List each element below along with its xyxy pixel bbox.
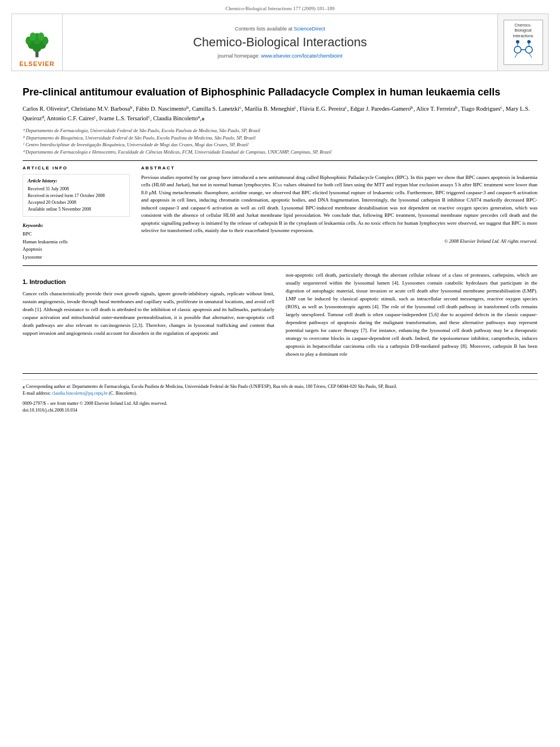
elsevier-logo-area: ELSEVIER [12,14,63,71]
abstract-text: Previous studies reported by our group h… [141,174,537,235]
affiliation-a: ᵃ Departamento de Farmacologia, Universi… [23,127,537,134]
elsevier-tree-icon [21,29,53,60]
journal-homepage: journal homepage: www.elsevier.com/locat… [217,53,342,59]
svg-point-7 [30,33,36,41]
received-date: Received 31 July 2008 [28,186,125,193]
intro-col1: 1. Introduction Cancer cells characteris… [23,272,274,361]
article-info-label: ARTICLE INFO [23,165,130,171]
keyword-human-leukaemia: Human leukaemia cells [23,238,130,246]
svg-point-8 [38,33,44,41]
intro-paragraph-1: Cancer cells characteristically provide … [23,290,274,338]
intro-paragraph-2: non-apoptotic cell death, particularly t… [286,272,537,358]
svg-point-14 [516,40,519,43]
journal-reference: Chemico-Biological Interactions 177 (200… [225,6,334,11]
available-date: Available online 5 November 2008 [28,206,125,213]
article-title: Pre-clinical antitumour evaluation of Bi… [23,86,537,99]
email-link[interactable]: claudia.bincoletto@pq.cnpq.br [52,391,108,396]
affiliations: ᵃ Departamento de Farmacologia, Universi… [23,127,537,156]
svg-point-10 [526,46,532,53]
email-suffix: (C. Bincoletto). [109,391,137,396]
corresponding-author-note: ⁎ Corresponding author at: Departamento … [23,383,537,390]
cbi-logo-text: Chemico-BiologicalInteractions [506,23,540,38]
abstract-label: ABSTRACT [141,165,537,171]
svg-line-16 [515,53,518,58]
svg-point-9 [514,46,521,53]
issn-line: 0009-2797/$ – see front matter © 2008 El… [23,400,537,407]
copyright-line: © 2008 Elsevier Ireland Ltd. All rights … [141,238,537,244]
intro-col2: non-apoptotic cell death, particularly t… [286,272,537,361]
keyword-lysosome: Lysosome [23,254,130,261]
keyword-bpc: BPC [23,230,130,238]
keywords-title: Keywords: [23,222,130,228]
footnote-area: ⁎ Corresponding author at: Departamento … [23,379,537,414]
affiliation-b: ᵇ Departamento de Bioquímica, Universida… [23,134,537,142]
keywords-section: Keywords: BPC Human leukaemia cells Apop… [23,222,130,261]
svg-line-17 [529,53,532,58]
contents-available-text: Contents lists available at ScienceDirec… [235,26,325,32]
accepted-date: Accepted 20 October 2008 [28,199,125,206]
keyword-apoptosis: Apoptosis [23,246,130,254]
received-revised-date: Received in revised form 17 October 2008 [28,193,125,199]
sciencedirect-link[interactable]: ScienceDirect [294,26,326,32]
cbi-molecule-icon [506,38,540,61]
journal-homepage-link[interactable]: www.elsevier.com/locate/chembioint [261,53,343,59]
footnote-divider [23,373,537,374]
header-center: Contents lists available at ScienceDirec… [63,14,497,71]
cbi-logo-area: Chemico-BiologicalInteractions [497,14,548,71]
divider-body [23,265,537,266]
introduction-heading: 1. Introduction [23,277,274,287]
doi-line: doi:10.1016/j.cbi.2008.10.034 [23,407,537,414]
journal-title: Chemico-Biological Interactions [193,35,367,50]
article-history-title: Article history: [28,178,125,184]
svg-point-15 [527,40,531,43]
elsevier-wordmark: ELSEVIER [19,60,54,67]
affiliation-c: ᶜ Centro Interdisciplinar de Investigaçã… [23,141,537,148]
email-label: E-mail address: [23,391,51,396]
article-info-box: Article history: Received 31 July 2008 R… [23,174,130,217]
authors-list: Carlos R. Oliveiraᵃ, Christiano M.V. Bar… [23,104,537,124]
divider-top [23,160,537,161]
email-line: E-mail address: claudia.bincoletto@pq.cn… [23,390,537,397]
cbi-logo-box: Chemico-BiologicalInteractions [504,20,543,64]
affiliation-d: ᵈ Departamento de Farmacologia e Hemocen… [23,148,537,156]
